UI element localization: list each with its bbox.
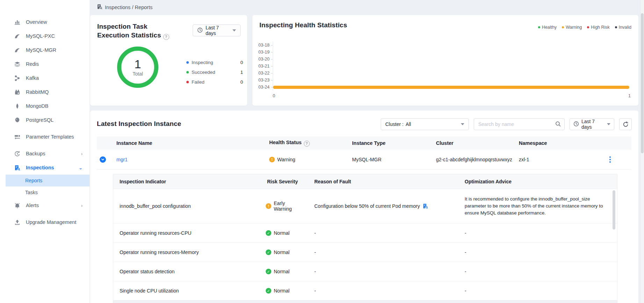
reason-text: - (308, 281, 458, 300)
sidebar-item-alerts[interactable]: Alerts › (0, 198, 90, 212)
sidebar-item-label: MongoDB (26, 103, 83, 109)
cluster-value: g2-c1-abcdefghijklmnopqrstuvwxyz (436, 157, 519, 162)
search-icon[interactable] (555, 121, 561, 128)
detail-table-header: Inspection Indicator Risk Severity Reaso… (113, 174, 617, 189)
task-range-select[interactable]: Last 7 days (193, 24, 241, 36)
sidebar-item-rabbitmq[interactable]: RabbitMQ (0, 85, 90, 99)
reason-text: - (308, 262, 458, 281)
sidebar-item-label: MySQL-MGR (26, 47, 83, 53)
donut-total-label: Total (133, 71, 143, 77)
sidebar-item-label: Redis (26, 61, 83, 67)
health-status-cell: Warning (269, 157, 352, 162)
sidebar-item-inspections[interactable]: Inspections ⌄ (0, 161, 90, 175)
report-doc-icon[interactable] (423, 203, 428, 209)
col-optimization-advice: Optimization Advice (458, 179, 617, 184)
detail-row-operator-cpu: Operator running resources-CPU Normal - … (113, 223, 617, 242)
sidebar-item-overview[interactable]: Overview (0, 15, 90, 29)
bar-chart-icon (14, 19, 20, 25)
col-reason-of-fault: Reason of Fault (308, 179, 458, 184)
y-tick-label: 03-21 (256, 63, 273, 70)
col-instance-type: Instance Type (352, 140, 436, 146)
early-warning-icon (266, 203, 271, 209)
upgrade-icon (14, 219, 20, 225)
indicator-label: Single node CPU utilization (113, 281, 261, 300)
inspection-doc-icon (97, 4, 102, 10)
sidebar-item-mysql-pxc[interactable]: MySQL-PXC (0, 29, 90, 43)
severity-badge: Normal (274, 249, 289, 255)
elephant-icon (14, 117, 20, 123)
sidebar-item-upgrade-management[interactable]: Upgrade Management (0, 212, 90, 232)
normal-check-icon (266, 230, 271, 236)
sidebar-item-label: Reports (25, 178, 42, 183)
legend-item-high-risk: High Risk (587, 25, 610, 30)
legend-item-healthy: Healthy (538, 25, 557, 30)
sidebar-item-reports[interactable]: Reports (6, 175, 90, 186)
reason-text: - (308, 243, 458, 262)
clock-icon (197, 27, 203, 34)
refresh-button[interactable] (619, 118, 632, 130)
y-tick-label: 03-20 (256, 56, 273, 63)
legend-item-failed: Failed 0 (186, 77, 243, 87)
severity-badge: Normal (274, 269, 289, 274)
task-range-value: Last 7 days (206, 25, 230, 36)
task-stats-title: Inspection Task Execution Statistics (97, 22, 178, 40)
help-icon[interactable] (304, 141, 310, 147)
col-instance-name: Instance Name (116, 140, 269, 146)
health-bar-chart: 03-18 03-19 03-20 03-21 03-22 03-23 03-2… (256, 42, 631, 91)
normal-check-icon (266, 269, 271, 274)
legend-item-succeeded: Succeeded 1 (186, 67, 243, 77)
legend-dot (186, 61, 189, 64)
help-icon[interactable] (163, 34, 169, 40)
advice-text: - (458, 224, 617, 242)
task-legend: Inspecting 0 Succeeded 1 Failed 0 (186, 57, 243, 87)
sidebar-item-postgresql[interactable]: PostgreSQL (0, 113, 90, 127)
instance-table-header: Instance Name Health Status Instance Typ… (97, 136, 631, 150)
collapse-row-button[interactable] (100, 156, 106, 163)
clock-icon (573, 121, 579, 128)
sidebar-item-redis[interactable]: Redis (0, 57, 90, 71)
reason-text: - (308, 224, 458, 242)
dolphin-icon (14, 33, 20, 39)
sidebar-item-kafka[interactable]: Kafka (0, 71, 90, 85)
sidebar-item-label: RabbitMQ (26, 89, 83, 95)
sidebar-item-label: Alerts (26, 203, 81, 208)
sidebar-item-mongodb[interactable]: MongoDB (0, 99, 90, 113)
col-namespace: Namespace (519, 140, 605, 146)
namespace-value: zxl-1 (519, 157, 605, 162)
sidebar-item-label: Backups (26, 151, 81, 156)
latest-inspection-title: Latest Inspection Instance (97, 120, 181, 128)
sliders-icon (14, 134, 20, 140)
warning-bar-03-24[interactable] (273, 86, 629, 89)
sidebar-item-label: Upgrade Management (26, 219, 83, 226)
y-tick-label: 03-18 (256, 42, 273, 49)
inspection-detail-table: Inspection Indicator Risk Severity Reaso… (113, 174, 617, 303)
instance-name-link[interactable]: mgr1 (116, 157, 128, 162)
sidebar-item-parameter-templates[interactable]: Parameter Templates (0, 127, 90, 147)
normal-check-icon (266, 288, 271, 294)
chevron-right-icon: › (81, 203, 83, 208)
row-actions-menu[interactable] (605, 156, 615, 163)
task-stats-card: Inspection Task Execution Statistics Las… (90, 15, 247, 106)
page-scrollbar-thumb[interactable] (641, 13, 644, 153)
sidebar-item-tasks[interactable]: Tasks (0, 186, 90, 198)
legend-dot (186, 81, 189, 83)
sidebar-item-mysql-mgr[interactable]: MySQL-MGR (0, 43, 90, 57)
severity-badge: Early Warning (274, 200, 300, 212)
advice-text: - (458, 262, 617, 281)
leaf-icon (14, 103, 20, 109)
severity-badge: Normal (274, 288, 289, 294)
detail-vertical-scrollbar[interactable] (613, 190, 615, 230)
detail-row-innodb-buffer-pool: innodb_buffer_pool configuration Early W… (113, 189, 617, 223)
sidebar-item-backups[interactable]: Backups › (0, 147, 90, 161)
chevron-down-icon: ⌄ (79, 165, 83, 170)
cluster-filter-select[interactable]: Cluster : All (381, 118, 469, 130)
normal-check-icon (266, 249, 271, 255)
search-input[interactable] (478, 121, 555, 127)
detail-horizontal-scrollbar[interactable] (113, 300, 617, 303)
page-scrollbar[interactable] (640, 0, 644, 303)
y-tick-label: 03-19 (256, 49, 273, 56)
instance-range-value: Last 7 days (581, 119, 604, 130)
dolphin-icon (14, 47, 20, 53)
instance-range-select[interactable]: Last 7 days (570, 118, 614, 130)
indicator-label: Operator running resources-Memory (113, 243, 261, 262)
